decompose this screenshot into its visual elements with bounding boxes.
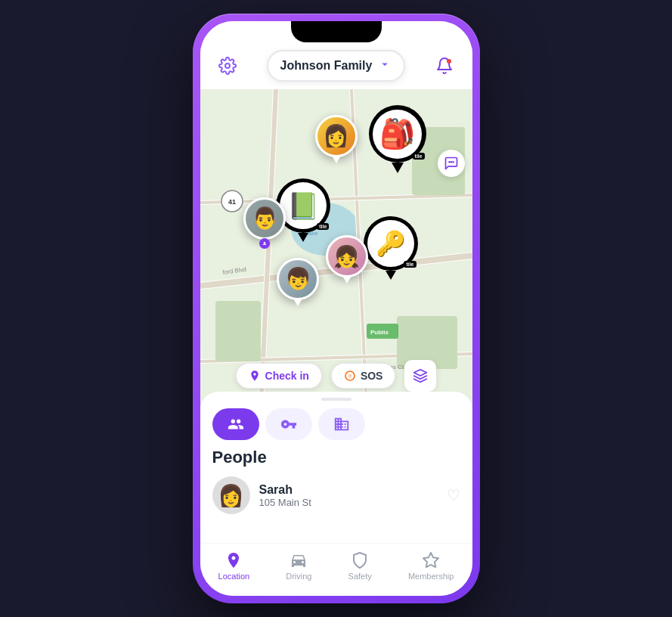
svg-point-0 [225,64,230,68]
tab-people[interactable] [212,408,259,440]
svg-point-30 [264,242,266,244]
phone-notch [291,21,382,42]
nav-safety-label: Safety [348,572,372,581]
location-icon [225,551,243,569]
svg-point-32 [348,374,351,377]
bottom-panel: People 👩 Sarah 105 Main St ♡ [200,392,472,543]
chat-button[interactable] [438,150,465,177]
section-title: People [212,448,460,467]
people-list: People 👩 Sarah 105 Main St ♡ [200,448,472,543]
checkin-button[interactable]: Check in [236,363,322,389]
tab-items[interactable] [265,408,312,440]
svg-text:Publix: Publix [370,329,389,336]
tab-places[interactable] [318,408,365,440]
notifications-button[interactable] [431,52,458,79]
favorite-button-sarah[interactable]: ♡ [447,486,460,504]
svg-marker-33 [414,370,427,376]
person-row-sarah[interactable]: 👩 Sarah 105 Main St ♡ [212,476,460,514]
map-area[interactable]: ford Blvd Bradyville Rd Todds Lake 41 Pu… [200,89,472,407]
marker-keys[interactable]: 🔑 tile [364,216,418,280]
marker-girl2[interactable]: 👧 [326,235,368,284]
family-name: Johnson Family [280,59,373,73]
dropdown-arrow-icon [378,57,392,74]
nav-location[interactable]: Location [218,551,250,581]
membership-icon [422,551,440,569]
nav-driving[interactable]: Driving [286,551,311,581]
svg-marker-34 [423,553,438,567]
family-selector[interactable]: Johnson Family [267,50,406,82]
nav-membership[interactable]: Membership [408,551,454,581]
person-location-sarah: 105 Main St [259,497,438,508]
sos-button[interactable]: SOS [331,363,396,389]
bottom-navigation: Location Driving Safety Membership [200,543,472,596]
svg-text:41: 41 [228,198,236,206]
checkin-label: Check in [265,370,309,382]
marker-teen[interactable]: 👦 [277,258,319,306]
layers-button[interactable] [404,360,436,392]
nav-driving-label: Driving [286,572,311,581]
svg-point-1 [447,59,451,64]
nav-location-label: Location [218,572,250,581]
phone-screen: Johnson Family [200,21,472,596]
sos-label: SOS [361,370,383,382]
person-name-sarah: Sarah [259,483,438,497]
safety-icon [351,551,369,569]
nav-safety[interactable]: Safety [348,551,372,581]
marker-sarah[interactable]: 👩 [315,115,358,163]
driving-icon [290,551,308,569]
phone-frame: Johnson Family [193,14,480,603]
marker-dad[interactable]: 👨 [243,197,286,246]
person-info-sarah: Sarah 105 Main St [259,483,438,508]
nav-membership-label: Membership [408,572,454,581]
marker-backpack[interactable]: 🎒 tile [369,105,426,173]
person-avatar-sarah: 👩 [212,476,250,514]
view-tabs [200,401,472,448]
settings-button[interactable] [214,52,241,79]
